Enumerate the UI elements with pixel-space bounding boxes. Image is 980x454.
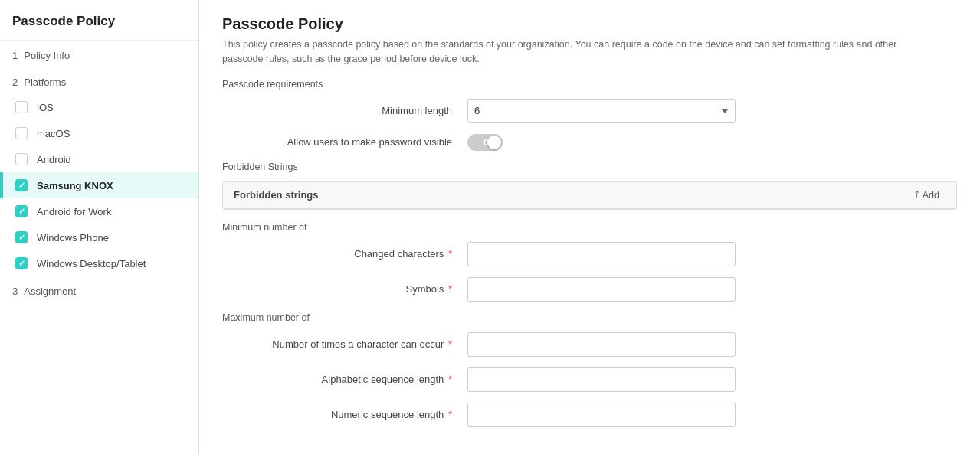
password-visible-toggle[interactable]: OFF — [467, 134, 503, 151]
page-description: This policy creates a passcode policy ba… — [222, 38, 912, 67]
char-occur-input[interactable]: 0 — [467, 332, 736, 357]
macos-label: macOS — [37, 128, 70, 139]
ios-label: iOS — [37, 102, 54, 113]
minimum-number-heading: Minimum number of — [222, 222, 957, 233]
step-1[interactable]: 1 Policy Info — [0, 41, 198, 67]
minimum-length-label: Minimum length — [222, 105, 467, 116]
sidebar-item-windows-phone[interactable]: Windows Phone — [0, 224, 198, 250]
changed-characters-label: Changed characters * — [222, 248, 467, 260]
add-icon: ⤴ — [914, 190, 919, 201]
changed-characters-row: Changed characters * 0 — [222, 242, 957, 266]
step-3-label: Assignment — [24, 286, 76, 297]
alpha-seq-row: Alphabetic sequence length * 0 — [222, 367, 957, 392]
android-label: Android — [37, 154, 71, 165]
main-content: Passcode Policy This policy creates a pa… — [199, 0, 980, 454]
forbidden-strings-section: Forbidden Strings Forbidden strings ⤴ Ad… — [222, 162, 957, 210]
sidebar-item-android[interactable]: Android — [0, 146, 198, 172]
sidebar-item-macos[interactable]: macOS — [0, 120, 198, 146]
alpha-seq-input[interactable]: 0 — [467, 367, 736, 392]
sidebar-title: Passcode Policy — [0, 0, 198, 41]
sidebar-item-ios[interactable]: iOS — [0, 94, 198, 120]
symbols-input[interactable]: 0 — [467, 277, 736, 302]
maximum-number-heading: Maximum number of — [222, 312, 957, 323]
numeric-seq-input[interactable]: 0 — [467, 403, 736, 427]
allow-visible-row: Allow users to make password visible OFF — [222, 134, 957, 151]
ios-checkbox[interactable] — [15, 101, 28, 113]
step-2-label: Platforms — [24, 77, 66, 88]
forbidden-strings-col-label: Forbidden strings — [234, 189, 908, 201]
symbols-label: Symbols * — [222, 283, 467, 295]
char-occur-required: * — [445, 338, 452, 350]
step-3-number: 3 — [12, 286, 18, 297]
symbols-required: * — [445, 283, 452, 295]
minimum-length-row: Minimum length 6 4 5 7 8 9 10 — [222, 99, 957, 123]
add-forbidden-string-button[interactable]: ⤴ Add — [908, 188, 946, 202]
changed-characters-input[interactable]: 0 — [467, 242, 736, 266]
step-2-number: 2 — [12, 77, 18, 88]
passcode-requirements-heading: Passcode requirements — [222, 79, 957, 90]
android-for-work-checkbox[interactable] — [15, 205, 28, 217]
step-1-number: 1 — [12, 50, 18, 61]
windows-desktop-checkbox[interactable] — [15, 257, 28, 269]
toggle-container: OFF — [467, 134, 503, 151]
sidebar-item-samsung-knox[interactable]: Samsung KNOX — [0, 172, 198, 198]
numeric-seq-label: Numeric sequence length * — [222, 409, 467, 420]
allow-visible-label: Allow users to make password visible — [222, 136, 467, 148]
minimum-length-select[interactable]: 6 4 5 7 8 9 10 — [467, 99, 736, 123]
forbidden-strings-heading: Forbidden Strings — [222, 162, 957, 172]
sidebar: Passcode Policy 1 Policy Info 2 Platform… — [0, 0, 199, 454]
numeric-seq-row: Numeric sequence length * 0 — [222, 403, 957, 427]
step-1-label: Policy Info — [24, 50, 70, 61]
macos-checkbox[interactable] — [15, 127, 28, 139]
changed-characters-required: * — [445, 248, 452, 260]
android-checkbox[interactable] — [15, 153, 28, 165]
android-for-work-label: Android for Work — [37, 206, 111, 217]
symbols-row: Symbols * 0 — [222, 277, 957, 302]
numeric-seq-required: * — [445, 409, 452, 420]
alpha-seq-required: * — [445, 374, 452, 385]
page-title: Passcode Policy — [222, 15, 957, 33]
alpha-seq-label: Alphabetic sequence length * — [222, 374, 467, 385]
forbidden-table-header: Forbidden strings ⤴ Add — [223, 182, 956, 209]
sidebar-item-windows-desktop[interactable]: Windows Desktop/Tablet — [0, 250, 198, 276]
char-occur-row: Number of times a character can occur * … — [222, 332, 957, 357]
step-2[interactable]: 2 Platforms — [0, 67, 198, 94]
char-occur-label: Number of times a character can occur * — [222, 338, 467, 350]
step-3[interactable]: 3 Assignment — [0, 276, 198, 303]
windows-desktop-label: Windows Desktop/Tablet — [37, 258, 146, 269]
windows-phone-label: Windows Phone — [37, 232, 109, 243]
samsung-knox-label: Samsung KNOX — [37, 180, 113, 191]
windows-phone-checkbox[interactable] — [15, 231, 28, 243]
add-button-label: Add — [923, 190, 939, 201]
sidebar-item-android-for-work[interactable]: Android for Work — [0, 198, 198, 224]
forbidden-strings-table: Forbidden strings ⤴ Add — [222, 181, 957, 210]
samsung-knox-checkbox[interactable] — [15, 179, 28, 191]
toggle-knob — [487, 136, 501, 149]
